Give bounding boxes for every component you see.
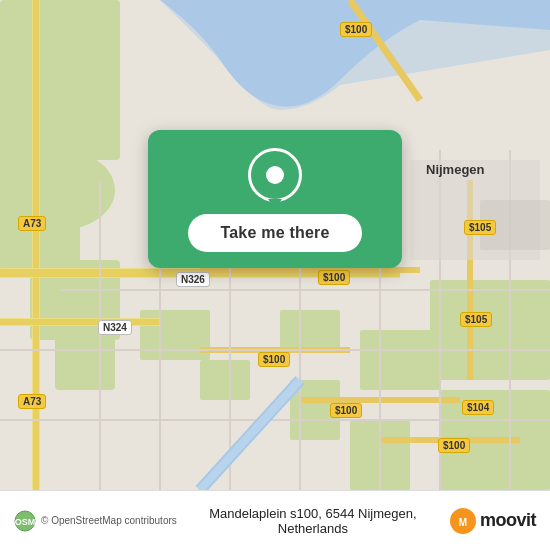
- location-pin: [248, 148, 302, 202]
- svg-rect-15: [33, 0, 39, 490]
- take-me-there-button[interactable]: Take me there: [188, 214, 361, 252]
- road-label-n324: N324: [98, 320, 132, 335]
- road-label-s100-top: $100: [340, 22, 372, 37]
- city-label-nijmegen: Nijmegen: [426, 162, 485, 177]
- svg-rect-4: [55, 330, 115, 390]
- svg-text:OSM: OSM: [15, 517, 36, 527]
- road-label-s100-mid2: $100: [258, 352, 290, 367]
- road-label-s105-top: $105: [464, 220, 496, 235]
- svg-text:M: M: [459, 517, 467, 528]
- map-view: $100 $100 $100 $100 $100 $105 $105 $104 …: [0, 0, 550, 490]
- moovit-brand-text: moovit: [480, 510, 536, 531]
- moovit-logo: M moovit: [449, 507, 536, 535]
- road-label-s100-bot1: $100: [330, 403, 362, 418]
- popup-card[interactable]: Take me there: [148, 130, 402, 268]
- svg-rect-1: [0, 0, 120, 160]
- road-label-a73-top: A73: [18, 216, 46, 231]
- bottom-bar: OSM © OpenStreetMap contributors Mandela…: [0, 490, 550, 550]
- road-label-s100-bot2: $100: [438, 438, 470, 453]
- address-text: Mandelaplein s100, 6544 Nijmegen, Nether…: [177, 506, 449, 536]
- moovit-icon: M: [449, 507, 477, 535]
- svg-rect-7: [200, 360, 250, 400]
- attribution-text: © OpenStreetMap contributors: [41, 515, 177, 526]
- osm-logo-icon: OSM: [14, 510, 36, 532]
- osm-attribution: OSM © OpenStreetMap contributors: [14, 510, 177, 532]
- svg-rect-8: [280, 310, 340, 350]
- pin-dot: [266, 166, 284, 184]
- road-label-n326: N326: [176, 272, 210, 287]
- road-label-a73-bot: A73: [18, 394, 46, 409]
- svg-rect-9: [360, 330, 440, 390]
- svg-rect-10: [430, 280, 550, 380]
- svg-rect-19: [0, 319, 160, 325]
- road-label-s100-mid1: $100: [318, 270, 350, 285]
- road-label-s104: $104: [462, 400, 494, 415]
- svg-rect-6: [140, 310, 210, 360]
- road-label-s105-mid: $105: [460, 312, 492, 327]
